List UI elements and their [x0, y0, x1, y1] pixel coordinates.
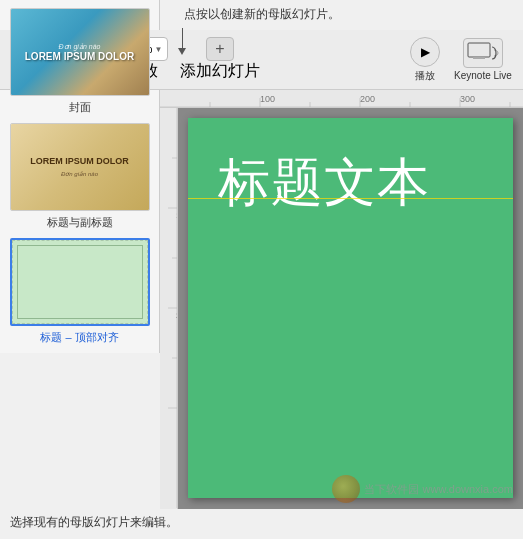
ruler-horizontal: 100 200 300: [160, 90, 523, 108]
play-icon: ▶: [410, 37, 440, 67]
slide2-subtitle: Đơn giản nào: [61, 170, 98, 177]
ruler-vertical: 100 200: [160, 108, 178, 509]
watermark-logo: [332, 475, 360, 503]
arrow-indicator: [178, 28, 186, 55]
slide-label-2: 标题与副标题: [47, 215, 113, 230]
slide1-subtitle: Đơn giản nào: [59, 43, 101, 51]
slide-item-3[interactable]: 标题 – 顶部对齐: [6, 238, 153, 345]
tooltip-bottom: 选择现有的母版幻灯片来编辑。: [10, 514, 513, 531]
watermark-text: 当下软件园 www.downxia.com: [364, 482, 513, 497]
add-label: 添加幻灯片: [180, 61, 260, 82]
slide-label-3: 标题 – 顶部对齐: [40, 330, 118, 345]
svg-rect-2: [468, 43, 490, 57]
slide-thumbnail-3: [10, 238, 150, 326]
play-button[interactable]: ▶ 播放: [405, 37, 445, 83]
slide-thumbnail-2: LOREM IPSUM DOLOR Đơn giản nào: [10, 123, 150, 211]
zoom-caret-icon: ▼: [154, 45, 162, 54]
play-label: 播放: [415, 69, 435, 83]
guide-line-horizontal: [188, 198, 513, 199]
slide-label-1: 封面: [69, 100, 91, 115]
slide-canvas[interactable]: 标题文本: [188, 118, 513, 498]
slide1-title: LOREM IPSUM DOLOR: [25, 51, 134, 62]
add-slide-button[interactable]: + 添加幻灯片: [180, 37, 260, 82]
slide-item-2[interactable]: LOREM IPSUM DOLOR Đơn giản nào 标题与副标题: [6, 123, 153, 230]
add-icon: +: [206, 37, 234, 61]
svg-text:300: 300: [460, 94, 475, 104]
svg-text:200: 200: [360, 94, 375, 104]
canvas-title-text: 标题文本: [218, 148, 430, 218]
watermark: 当下软件园 www.downxia.com: [332, 475, 513, 503]
svg-rect-3: [473, 57, 485, 59]
slide-item-1[interactable]: Đơn giản nào LOREM IPSUM DOLOR 封面: [6, 8, 153, 115]
keynote-live-label: Keynote Live: [454, 70, 512, 81]
svg-text:100: 100: [260, 94, 275, 104]
slide2-title: LOREM IPSUM DOLOR: [30, 157, 129, 167]
tooltip-top: 点按以创建新的母版幻灯片。: [0, 6, 523, 23]
keynote-live-button[interactable]: Keynote Live: [453, 38, 513, 81]
slide-panel: Đơn giản nào LOREM IPSUM DOLOR 封面 LOREM …: [0, 0, 160, 353]
canvas-area: 标题文本: [178, 108, 523, 509]
keynote-live-icon: [463, 38, 503, 68]
